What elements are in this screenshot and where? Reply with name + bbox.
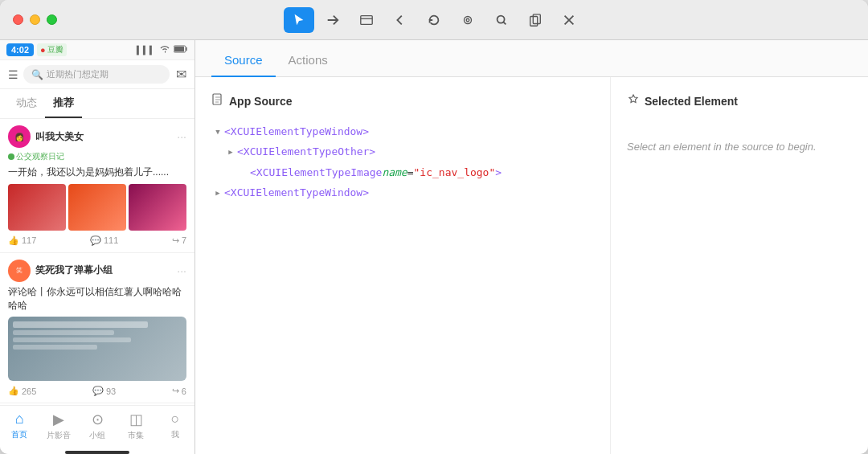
source-tree: ▼ <XCUIElementTypeWindow> ▶ <XCUIElement… (211, 121, 594, 203)
tree-label-1: <XCUIElementTypeWindow> (224, 122, 369, 141)
share-icon-2: ↪ (172, 386, 179, 396)
show-attributes-button[interactable] (452, 7, 483, 33)
discover-nav-icon: ▶ (53, 411, 64, 428)
battery-icon (174, 45, 188, 55)
select-mode-button[interactable] (284, 7, 314, 33)
minimize-window-button[interactable] (30, 14, 40, 25)
close-window-button[interactable] (13, 14, 23, 25)
selected-title-icon (627, 93, 640, 108)
close-session-button[interactable] (554, 7, 584, 33)
svg-rect-0 (361, 15, 372, 24)
avatar-2: 笑 (8, 260, 31, 282)
nav-profile[interactable]: ○ 我 (156, 411, 194, 441)
avatar-1: 👩 (8, 125, 31, 148)
tab-source[interactable]: Source (211, 40, 276, 76)
feed-list: 👩 叫我大美女 ··· 公交观察日记 一开始，我还以为是妈妈抱着儿子...... (0, 119, 194, 405)
copy-xml-button[interactable] (520, 7, 551, 33)
svg-rect-4 (533, 14, 540, 23)
email-icon[interactable]: ✉ (176, 67, 186, 82)
svg-rect-5 (530, 16, 538, 26)
feed-text-2: 评论哈丨你永远可以相信红薯人啊哈哈哈哈哈 (8, 285, 186, 313)
feed-image-2 (8, 317, 186, 381)
comment-icon-2: 💬 (92, 386, 104, 396)
source-panel-title: App Source (211, 93, 594, 108)
feed-item-1: 👩 叫我大美女 ··· 公交观察日记 一开始，我还以为是妈妈抱着儿子...... (0, 119, 194, 253)
feed-item-2-header: 笑 笑死我了弹幕小组 ··· (8, 260, 186, 282)
comment-action-2[interactable]: 💬 93 (92, 386, 116, 396)
hamburger-icon[interactable]: ☰ (8, 68, 18, 81)
search-placeholder-text: 近期热门想定期 (47, 68, 108, 80)
phone-tabs: 动态 推荐 (0, 89, 194, 119)
nav-discover[interactable]: ▶ 片影音 (39, 411, 77, 441)
badge-1: 公交观察日记 (8, 151, 186, 162)
phone-time: 4:02 (6, 43, 34, 56)
source-title-icon (211, 93, 224, 108)
phone-bottom-nav: ⌂ 首页 ▶ 片影音 ⊙ 小组 ◫ 市集 ○ 我 (0, 405, 194, 448)
screen-size-button[interactable] (351, 7, 382, 33)
feed-actions-2: 👍 265 💬 93 ↪ 6 (8, 386, 186, 396)
tree-attr-name-3: name (382, 163, 407, 182)
comment-action-1[interactable]: 💬 111 (90, 235, 118, 246)
tree-node-window-2[interactable]: ▶ <XCUIElementTypeWindow> (211, 182, 594, 202)
feed-more-2[interactable]: ··· (177, 264, 186, 277)
selected-panel-title: Selected Element (627, 93, 852, 108)
inspector-tabs: Source Actions (195, 40, 868, 77)
like-action-1[interactable]: 👍 117 (8, 235, 36, 246)
feed-more-1[interactable]: ··· (177, 130, 186, 143)
nav-groups[interactable]: ⊙ 小组 (78, 411, 117, 441)
phone-status-bar: 4:02 ● 豆瓣 ▍▍▍ (0, 40, 194, 60)
app-window: 4:02 ● 豆瓣 ▍▍▍ ☰ (0, 0, 868, 454)
selected-element-panel: Selected Element Select an element in th… (611, 77, 868, 454)
badge-dot-1 (8, 153, 14, 160)
like-action-2[interactable]: 👍 265 (8, 386, 36, 396)
nav-home[interactable]: ⌂ 首页 (0, 411, 39, 441)
phone-search-input[interactable]: 🔍 近期热门想定期 (23, 65, 170, 84)
tree-node-image[interactable]: <XCUIElementTypeImage name = "ic_nav_log… (237, 162, 594, 182)
tree-label-2: <XCUIElementTypeOther> (237, 142, 375, 161)
profile-nav-icon: ○ (170, 411, 179, 427)
feed-img-1-1 (8, 184, 66, 231)
svg-point-2 (466, 18, 469, 22)
tree-attr-value-3: "ic_nav_logo" (414, 163, 496, 182)
nav-market[interactable]: ◫ 市集 (117, 411, 155, 441)
username-2: 笑死我了弹幕小组 (35, 264, 172, 277)
like-icon-2: 👍 (8, 386, 19, 396)
phone-simulator-panel: 4:02 ● 豆瓣 ▍▍▍ ☰ (0, 40, 195, 454)
home-nav-icon: ⌂ (15, 411, 24, 427)
groups-nav-icon: ⊙ (92, 411, 104, 428)
search-icon: 🔍 (31, 69, 43, 80)
share-icon-1: ↪ (172, 235, 179, 246)
maximize-window-button[interactable] (47, 14, 57, 25)
like-icon-1: 👍 (8, 235, 19, 246)
search-element-button[interactable] (486, 7, 517, 33)
selected-placeholder-text: Select an element in the source to begin… (627, 141, 852, 153)
feed-actions-1: 👍 117 💬 111 ↪ 7 (8, 235, 186, 246)
swipe-mode-button[interactable] (317, 7, 348, 33)
svg-rect-7 (174, 47, 184, 51)
tab-activity[interactable]: 动态 (8, 89, 45, 118)
signal-icon: ▍▍▍ (137, 46, 156, 55)
tree-toggle-1: ▼ (211, 125, 224, 138)
home-indicator-bar (65, 451, 129, 454)
phone-status-icons: ▍▍▍ (137, 45, 188, 55)
phone-app-indicator: ● 豆瓣 (37, 43, 67, 56)
tree-node-window-1[interactable]: ▼ <XCUIElementTypeWindow> (211, 121, 594, 141)
share-action-2[interactable]: ↪ 6 (172, 386, 186, 396)
market-nav-icon: ◫ (129, 411, 143, 428)
refresh-button[interactable] (419, 7, 449, 33)
tree-node-other[interactable]: ▶ <XCUIElementTypeOther> (224, 141, 594, 162)
tree-equals-3: = (407, 163, 414, 182)
comment-icon-1: 💬 (90, 235, 101, 246)
tree-label-3-close: > (495, 163, 502, 182)
feed-item-1-header: 👩 叫我大美女 ··· (8, 125, 186, 148)
inspector-panel: Source Actions App Source (195, 40, 868, 454)
tree-label-4: <XCUIElementTypeWindow> (224, 183, 369, 202)
traffic-lights (13, 14, 57, 25)
back-button[interactable] (385, 7, 416, 33)
share-action-1[interactable]: ↪ 7 (172, 235, 186, 246)
tab-recommend[interactable]: 推荐 (45, 89, 82, 118)
tree-toggle-2: ▶ (224, 145, 237, 158)
tab-actions[interactable]: Actions (276, 40, 341, 76)
feed-item-2: 笑 笑死我了弹幕小组 ··· 评论哈丨你永远可以相信红薯人啊哈哈哈哈哈 (0, 253, 194, 404)
inspector-content: App Source ▼ <XCUIElementTypeWindow> ▶ <… (195, 77, 868, 454)
